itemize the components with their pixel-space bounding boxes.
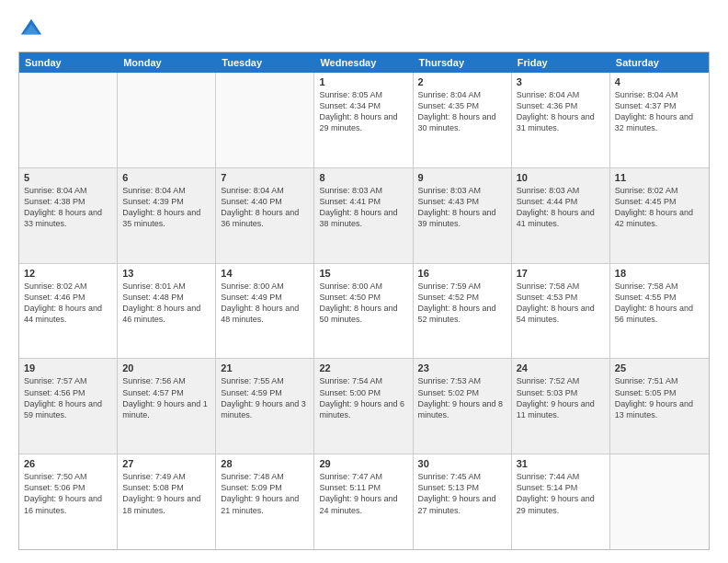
cal-cell-r1c4: 9Sunrise: 8:03 AM Sunset: 4:43 PM Daylig… bbox=[414, 168, 512, 263]
cal-cell-r2c6: 18Sunrise: 7:58 AM Sunset: 4:55 PM Dayli… bbox=[610, 264, 709, 359]
day-number: 7 bbox=[221, 172, 309, 183]
day-number: 18 bbox=[615, 268, 704, 279]
cal-cell-r4c5: 31Sunrise: 7:44 AM Sunset: 5:14 PM Dayli… bbox=[512, 454, 610, 549]
cal-cell-r4c4: 30Sunrise: 7:45 AM Sunset: 5:13 PM Dayli… bbox=[414, 454, 512, 549]
weekday-header-friday: Friday bbox=[512, 52, 610, 73]
day-info: Sunrise: 8:01 AM Sunset: 4:48 PM Dayligh… bbox=[122, 281, 210, 326]
cal-cell-r4c2: 28Sunrise: 7:48 AM Sunset: 5:09 PM Dayli… bbox=[216, 454, 314, 549]
cal-cell-r0c2 bbox=[216, 73, 314, 167]
day-info: Sunrise: 7:51 AM Sunset: 5:05 PM Dayligh… bbox=[615, 375, 704, 420]
day-info: Sunrise: 8:04 AM Sunset: 4:35 PM Dayligh… bbox=[418, 89, 506, 134]
day-info: Sunrise: 8:04 AM Sunset: 4:37 PM Dayligh… bbox=[615, 89, 704, 134]
cal-cell-r0c5: 3Sunrise: 8:04 AM Sunset: 4:36 PM Daylig… bbox=[512, 73, 610, 167]
day-info: Sunrise: 7:50 AM Sunset: 5:06 PM Dayligh… bbox=[24, 471, 112, 516]
cal-cell-r4c6 bbox=[610, 454, 709, 549]
day-number: 14 bbox=[221, 268, 309, 279]
cal-cell-r1c0: 5Sunrise: 8:04 AM Sunset: 4:38 PM Daylig… bbox=[19, 168, 118, 263]
day-info: Sunrise: 8:03 AM Sunset: 4:44 PM Dayligh… bbox=[517, 185, 605, 230]
cal-cell-r2c3: 15Sunrise: 8:00 AM Sunset: 4:50 PM Dayli… bbox=[314, 264, 413, 359]
cal-cell-r3c4: 23Sunrise: 7:53 AM Sunset: 5:02 PM Dayli… bbox=[414, 359, 512, 454]
day-info: Sunrise: 8:03 AM Sunset: 4:41 PM Dayligh… bbox=[319, 185, 407, 230]
cal-cell-r2c4: 16Sunrise: 7:59 AM Sunset: 4:52 PM Dayli… bbox=[414, 264, 512, 359]
calendar-row-3: 19Sunrise: 7:57 AM Sunset: 4:56 PM Dayli… bbox=[19, 359, 709, 454]
day-number: 4 bbox=[615, 76, 704, 87]
day-number: 28 bbox=[221, 458, 309, 469]
cal-cell-r0c3: 1Sunrise: 8:05 AM Sunset: 4:34 PM Daylig… bbox=[314, 73, 413, 167]
day-info: Sunrise: 8:04 AM Sunset: 4:40 PM Dayligh… bbox=[221, 185, 309, 230]
day-number: 9 bbox=[418, 172, 506, 183]
calendar-header: SundayMondayTuesdayWednesdayThursdayFrid… bbox=[19, 52, 709, 73]
day-info: Sunrise: 7:58 AM Sunset: 4:53 PM Dayligh… bbox=[517, 281, 605, 326]
weekday-header-tuesday: Tuesday bbox=[216, 52, 314, 73]
cal-cell-r3c1: 20Sunrise: 7:56 AM Sunset: 4:57 PM Dayli… bbox=[118, 359, 216, 454]
cal-cell-r0c0 bbox=[19, 73, 118, 167]
weekday-header-wednesday: Wednesday bbox=[314, 52, 413, 73]
day-number: 1 bbox=[319, 76, 407, 87]
day-number: 31 bbox=[517, 458, 605, 469]
calendar-body: 1Sunrise: 8:05 AM Sunset: 4:34 PM Daylig… bbox=[19, 73, 709, 549]
day-number: 8 bbox=[319, 172, 407, 183]
day-number: 5 bbox=[24, 172, 112, 183]
cal-cell-r1c2: 7Sunrise: 8:04 AM Sunset: 4:40 PM Daylig… bbox=[216, 168, 314, 263]
day-number: 24 bbox=[517, 362, 605, 373]
weekday-header-sunday: Sunday bbox=[19, 52, 118, 73]
day-number: 30 bbox=[418, 458, 506, 469]
cal-cell-r1c5: 10Sunrise: 8:03 AM Sunset: 4:44 PM Dayli… bbox=[512, 168, 610, 263]
cal-cell-r0c4: 2Sunrise: 8:04 AM Sunset: 4:35 PM Daylig… bbox=[414, 73, 512, 167]
cal-cell-r3c3: 22Sunrise: 7:54 AM Sunset: 5:00 PM Dayli… bbox=[314, 359, 413, 454]
cal-cell-r3c5: 24Sunrise: 7:52 AM Sunset: 5:03 PM Dayli… bbox=[512, 359, 610, 454]
day-number: 22 bbox=[319, 362, 407, 373]
day-info: Sunrise: 8:04 AM Sunset: 4:36 PM Dayligh… bbox=[517, 89, 605, 134]
day-number: 15 bbox=[319, 268, 407, 279]
day-number: 17 bbox=[517, 268, 605, 279]
cal-cell-r0c6: 4Sunrise: 8:04 AM Sunset: 4:37 PM Daylig… bbox=[610, 73, 709, 167]
day-number: 12 bbox=[24, 268, 112, 279]
cal-cell-r1c1: 6Sunrise: 8:04 AM Sunset: 4:39 PM Daylig… bbox=[118, 168, 216, 263]
day-number: 29 bbox=[319, 458, 407, 469]
day-number: 6 bbox=[122, 172, 210, 183]
calendar-row-0: 1Sunrise: 8:05 AM Sunset: 4:34 PM Daylig… bbox=[19, 73, 709, 168]
day-info: Sunrise: 8:04 AM Sunset: 4:38 PM Dayligh… bbox=[24, 185, 112, 230]
cal-cell-r2c2: 14Sunrise: 8:00 AM Sunset: 4:49 PM Dayli… bbox=[216, 264, 314, 359]
day-number: 19 bbox=[24, 362, 112, 373]
day-info: Sunrise: 8:02 AM Sunset: 4:45 PM Dayligh… bbox=[615, 185, 704, 230]
day-number: 27 bbox=[122, 458, 210, 469]
cal-cell-r4c1: 27Sunrise: 7:49 AM Sunset: 5:08 PM Dayli… bbox=[118, 454, 216, 549]
day-info: Sunrise: 7:58 AM Sunset: 4:55 PM Dayligh… bbox=[615, 281, 704, 326]
day-info: Sunrise: 7:59 AM Sunset: 4:52 PM Dayligh… bbox=[418, 281, 506, 326]
cal-cell-r1c3: 8Sunrise: 8:03 AM Sunset: 4:41 PM Daylig… bbox=[314, 168, 413, 263]
calendar: SundayMondayTuesdayWednesdayThursdayFrid… bbox=[18, 52, 710, 550]
logo bbox=[18, 17, 48, 42]
day-info: Sunrise: 8:03 AM Sunset: 4:43 PM Dayligh… bbox=[418, 185, 506, 230]
day-info: Sunrise: 7:52 AM Sunset: 5:03 PM Dayligh… bbox=[517, 375, 605, 420]
day-info: Sunrise: 7:55 AM Sunset: 4:59 PM Dayligh… bbox=[221, 375, 309, 420]
day-number: 23 bbox=[418, 362, 506, 373]
day-info: Sunrise: 7:53 AM Sunset: 5:02 PM Dayligh… bbox=[418, 375, 506, 420]
weekday-header-monday: Monday bbox=[118, 52, 216, 73]
cal-cell-r3c6: 25Sunrise: 7:51 AM Sunset: 5:05 PM Dayli… bbox=[610, 359, 709, 454]
cal-cell-r4c3: 29Sunrise: 7:47 AM Sunset: 5:11 PM Dayli… bbox=[314, 454, 413, 549]
logo-icon bbox=[18, 17, 44, 42]
day-number: 11 bbox=[615, 172, 704, 183]
day-info: Sunrise: 8:05 AM Sunset: 4:34 PM Dayligh… bbox=[319, 89, 407, 134]
day-number: 20 bbox=[122, 362, 210, 373]
cal-cell-r2c0: 12Sunrise: 8:02 AM Sunset: 4:46 PM Dayli… bbox=[19, 264, 118, 359]
day-info: Sunrise: 7:57 AM Sunset: 4:56 PM Dayligh… bbox=[24, 375, 112, 420]
day-info: Sunrise: 7:48 AM Sunset: 5:09 PM Dayligh… bbox=[221, 471, 309, 516]
calendar-row-1: 5Sunrise: 8:04 AM Sunset: 4:38 PM Daylig… bbox=[19, 168, 709, 264]
day-info: Sunrise: 7:49 AM Sunset: 5:08 PM Dayligh… bbox=[122, 471, 210, 516]
day-number: 2 bbox=[418, 76, 506, 87]
cal-cell-r3c2: 21Sunrise: 7:55 AM Sunset: 4:59 PM Dayli… bbox=[216, 359, 314, 454]
page: SundayMondayTuesdayWednesdayThursdayFrid… bbox=[0, 0, 728, 563]
day-info: Sunrise: 8:00 AM Sunset: 4:49 PM Dayligh… bbox=[221, 281, 309, 326]
day-info: Sunrise: 7:54 AM Sunset: 5:00 PM Dayligh… bbox=[319, 375, 407, 420]
day-info: Sunrise: 7:44 AM Sunset: 5:14 PM Dayligh… bbox=[517, 471, 605, 516]
cal-cell-r2c5: 17Sunrise: 7:58 AM Sunset: 4:53 PM Dayli… bbox=[512, 264, 610, 359]
day-info: Sunrise: 7:47 AM Sunset: 5:11 PM Dayligh… bbox=[319, 471, 407, 516]
day-number: 25 bbox=[615, 362, 704, 373]
day-info: Sunrise: 7:56 AM Sunset: 4:57 PM Dayligh… bbox=[122, 375, 210, 420]
cal-cell-r2c1: 13Sunrise: 8:01 AM Sunset: 4:48 PM Dayli… bbox=[118, 264, 216, 359]
day-number: 3 bbox=[517, 76, 605, 87]
cal-cell-r0c1 bbox=[118, 73, 216, 167]
day-info: Sunrise: 8:02 AM Sunset: 4:46 PM Dayligh… bbox=[24, 281, 112, 326]
